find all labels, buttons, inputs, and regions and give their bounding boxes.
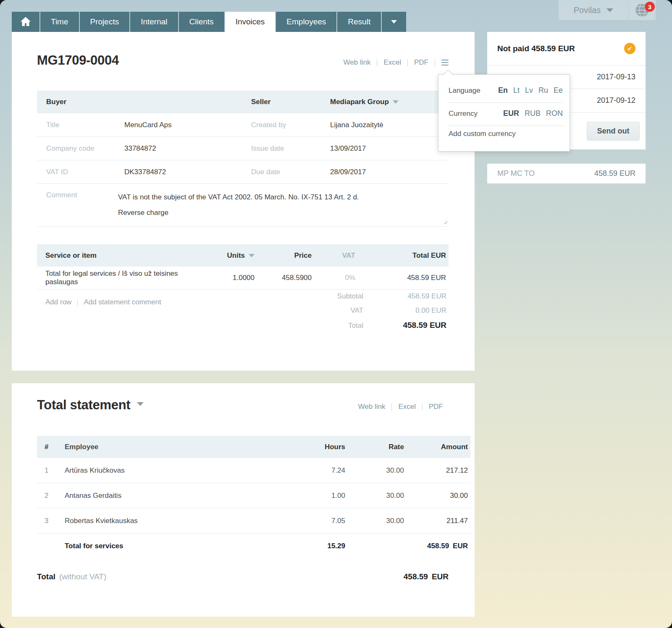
currency-row: Currency EUR RUB RON bbox=[449, 109, 563, 118]
language-option-lt[interactable]: Lt bbox=[513, 86, 520, 95]
tab-time[interactable]: Time bbox=[40, 12, 79, 32]
statement-header-row: # Employee Hours Rate Amount bbox=[37, 436, 470, 458]
title-label: Title bbox=[37, 121, 124, 129]
vat-header: VAT bbox=[312, 251, 362, 260]
company-code-value[interactable]: 33784872 bbox=[124, 144, 251, 153]
separator bbox=[77, 299, 78, 306]
total-label: Total bbox=[304, 322, 363, 330]
tab-more[interactable] bbox=[382, 12, 406, 32]
language-option-ru[interactable]: Ru bbox=[538, 86, 548, 95]
pdf-link[interactable]: PDF bbox=[414, 58, 428, 67]
user-area: Povilas 3 bbox=[559, 0, 656, 20]
statement-row: 2 Antanas Gerdaitis 1.00 30.00 30.00 bbox=[37, 483, 470, 508]
comment-row: Comment VAT is not the subject of the VA… bbox=[37, 184, 449, 227]
grand-total-label: Total bbox=[37, 572, 55, 581]
currency-option-rub[interactable]: RUB bbox=[525, 109, 541, 118]
comment-label: Comment bbox=[37, 189, 124, 199]
row-rate: 30.00 bbox=[345, 492, 404, 500]
payment-status-row: Not paid 458.59 EUR ✔ bbox=[487, 32, 646, 65]
invoice-export-links: Web link Excel PDF bbox=[344, 57, 449, 68]
due-date-value[interactable]: 28/09/2017 bbox=[330, 168, 449, 176]
currency-label: Currency bbox=[449, 110, 478, 118]
tab-home[interactable] bbox=[12, 12, 39, 32]
separator bbox=[422, 403, 423, 411]
details-row: Company code 33784872 Issue date 13/09/2… bbox=[37, 137, 449, 160]
language-row: Language En Lt Lv Ru Ee bbox=[449, 86, 563, 95]
language-option-en[interactable]: En bbox=[498, 86, 508, 95]
issue-date-label: Issue date bbox=[251, 144, 330, 153]
excel-link[interactable]: Excel bbox=[398, 403, 416, 411]
seller-header: Seller bbox=[251, 98, 330, 106]
grand-total-note: (without VAT) bbox=[59, 572, 106, 581]
check-icon[interactable]: ✔ bbox=[624, 43, 635, 54]
item-units: 1.0000 bbox=[207, 274, 255, 282]
currency-option-ron[interactable]: RON bbox=[546, 109, 563, 118]
details-row: Title MenuCard Aps Created by Lijana Juo… bbox=[37, 113, 449, 137]
total-currency: EUR bbox=[453, 542, 468, 550]
add-row-link[interactable]: Add row bbox=[45, 298, 71, 306]
language-label: Language bbox=[449, 86, 480, 95]
add-custom-currency-link[interactable]: Add custom currency bbox=[449, 130, 516, 138]
tab-employees[interactable]: Employees bbox=[276, 12, 336, 32]
row-hours: 7.05 bbox=[295, 517, 345, 525]
total-amount: 458.59 bbox=[427, 542, 449, 550]
date-value: 2017-09-13 bbox=[597, 73, 635, 81]
tab-projects[interactable]: Projects bbox=[80, 12, 130, 32]
buyer-header: Buyer bbox=[37, 98, 124, 106]
web-link[interactable]: Web link bbox=[358, 403, 386, 411]
details-header-row: Buyer Seller Mediapark Group bbox=[37, 91, 449, 113]
item-total: 458.59 EUR bbox=[362, 274, 449, 282]
row-amount: 217.12 bbox=[404, 466, 470, 475]
excel-link[interactable]: Excel bbox=[383, 58, 401, 67]
vat-label: VAT bbox=[304, 306, 363, 315]
send-out-button[interactable]: Send out bbox=[587, 122, 640, 141]
caret-down-icon[interactable] bbox=[137, 402, 144, 406]
user-menu[interactable]: Povilas bbox=[559, 0, 628, 20]
row-hours: 7.24 bbox=[295, 466, 345, 475]
comment-textarea[interactable]: VAT is not the subject of the VAT Act 20… bbox=[118, 189, 449, 220]
tab-result[interactable]: Result bbox=[337, 12, 381, 32]
due-date-label: Due date bbox=[251, 168, 330, 176]
item-service: Total for legal services / Iš viso už te… bbox=[37, 270, 207, 286]
hours-header: Hours bbox=[295, 443, 345, 451]
pdf-link[interactable]: PDF bbox=[429, 403, 443, 411]
vat-id-value[interactable]: DK33784872 bbox=[124, 168, 251, 176]
tab-invoices[interactable]: Invoices bbox=[225, 12, 276, 32]
items-header-row: Service or item Units Price VAT Total EU… bbox=[37, 244, 449, 267]
statement-total-row: Total for services 15.29 458.59EUR bbox=[37, 534, 470, 559]
row-rate: 30.00 bbox=[345, 517, 404, 525]
tab-clients[interactable]: Clients bbox=[179, 12, 224, 32]
seller-dropdown[interactable]: Mediapark Group bbox=[330, 98, 389, 106]
tab-internal[interactable]: Internal bbox=[130, 12, 178, 32]
account-name: MP MC TO bbox=[497, 169, 535, 178]
settings-popup: Language En Lt Lv Ru Ee Currency EUR RUB… bbox=[438, 74, 570, 152]
row-employee: Robertas Kvietkauskas bbox=[65, 517, 295, 525]
invoice-details-table: Buyer Seller Mediapark Group Title MenuC… bbox=[37, 91, 449, 227]
web-link[interactable]: Web link bbox=[344, 58, 371, 67]
language-option-ee[interactable]: Ee bbox=[554, 86, 563, 95]
app-window: Time Projects Internal Clients Invoices … bbox=[0, 0, 672, 628]
grand-total-currency: EUR bbox=[432, 572, 449, 581]
home-icon bbox=[19, 16, 32, 28]
account-amount: 458.59 EUR bbox=[594, 169, 635, 178]
item-row[interactable]: Total for legal services / Iš viso už te… bbox=[37, 267, 449, 290]
statement-table: # Employee Hours Rate Amount 1 Artūras K… bbox=[37, 436, 470, 559]
language-option-lv[interactable]: Lv bbox=[525, 86, 533, 95]
caret-down-icon bbox=[393, 100, 399, 104]
user-name: Povilas bbox=[574, 5, 601, 15]
statement-card: Total statement Web link Excel PDF # Emp… bbox=[12, 383, 475, 617]
add-links: Add row Add statement comment bbox=[45, 298, 161, 306]
hamburger-menu-icon[interactable] bbox=[441, 57, 449, 68]
currency-option-eur[interactable]: EUR bbox=[503, 109, 519, 118]
total-header: Total EUR bbox=[362, 251, 449, 260]
amount-header: Amount bbox=[404, 443, 470, 451]
title-value[interactable]: MenuCard Aps bbox=[124, 121, 251, 129]
caret-down-icon bbox=[391, 20, 397, 24]
issue-date-value[interactable]: 13/09/2017 bbox=[330, 144, 449, 153]
units-header[interactable]: Units bbox=[207, 251, 255, 260]
notifications-button[interactable]: 3 bbox=[628, 0, 656, 20]
add-statement-comment-link[interactable]: Add statement comment bbox=[84, 298, 161, 306]
total-value: 458.59 EUR bbox=[363, 321, 449, 330]
row-num: 3 bbox=[37, 517, 65, 525]
row-rate: 30.00 bbox=[345, 466, 404, 475]
